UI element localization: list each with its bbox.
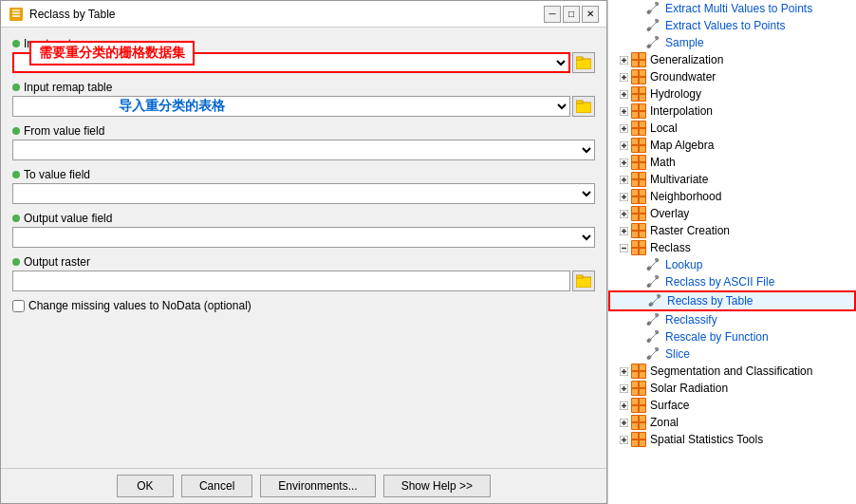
svg-rect-143 — [632, 399, 638, 404]
tree-item-reclass[interactable]: Reclass — [608, 239, 856, 256]
tree-label-reclass-ascii: Reclass by ASCII File — [665, 275, 774, 289]
tree-item-zonal[interactable]: Zonal — [608, 414, 856, 431]
from-value-group: From value field — [12, 124, 595, 160]
expand-icon-multivariate — [616, 172, 631, 187]
svg-rect-85 — [640, 190, 645, 196]
output-raster-label: Output raster — [24, 255, 90, 269]
item-icon-math — [631, 155, 646, 170]
tree-item-segmentation[interactable]: Segmentation and Classification — [608, 363, 856, 380]
svg-rect-159 — [632, 433, 638, 439]
input-remap-dropdown[interactable] — [12, 96, 570, 117]
tree-item-overlay[interactable]: Overlay — [608, 205, 856, 222]
from-value-dot — [12, 127, 20, 135]
tree-item-sample[interactable]: Sample — [608, 34, 856, 51]
tree-item-neighborhood[interactable]: Neighborhood — [608, 188, 856, 205]
tree-item-raster-creation[interactable]: Raster Creation — [608, 222, 856, 239]
tree-item-extract-multi[interactable]: Extract Multi Values to Points — [608, 0, 856, 17]
tree-item-slice[interactable]: Slice — [608, 345, 856, 363]
tree-item-generalization[interactable]: Generalization — [608, 51, 856, 68]
svg-rect-55 — [640, 129, 645, 135]
tree-item-solar-radiation[interactable]: Solar Radiation — [608, 380, 856, 397]
output-raster-input-row — [12, 271, 595, 291]
item-icon-groundwater — [631, 69, 646, 84]
tree-item-rescale[interactable]: Rescale by Function — [608, 328, 856, 345]
svg-rect-9 — [576, 275, 583, 278]
item-icon-generalization — [631, 52, 646, 67]
environments-button[interactable]: Environments... — [260, 475, 375, 497]
minimize-button[interactable]: ─ — [544, 6, 561, 23]
svg-rect-28 — [632, 70, 638, 76]
from-value-dropdown[interactable] — [12, 140, 595, 160]
output-raster-group: Output raster — [12, 255, 595, 291]
tree-label-math: Math — [650, 156, 676, 169]
tree-item-groundwater[interactable]: Groundwater — [608, 68, 856, 85]
svg-rect-102 — [632, 232, 638, 237]
expand-icon-overlay — [616, 206, 631, 221]
tree-label-reclass: Reclass — [650, 241, 691, 254]
item-icon-reclass-table — [648, 293, 663, 308]
svg-rect-109 — [632, 249, 638, 254]
tree-item-math[interactable]: Math — [608, 154, 856, 171]
input-raster-group: Input raster — [12, 37, 595, 73]
title-bar-left: Reclass by Table — [9, 7, 116, 22]
tree-item-interpolation[interactable]: Interpolation — [608, 103, 856, 120]
checkbox-row: Change missing values to NoData (optiona… — [12, 299, 595, 312]
tree-label-reclass-table: Reclass by Table — [667, 294, 754, 308]
output-raster-label-row: Output raster — [12, 255, 595, 269]
checkbox-label: Change missing values to NoData (optiona… — [28, 299, 251, 312]
svg-rect-94 — [632, 215, 638, 220]
tree-label-segmentation: Segmentation and Classification — [650, 364, 812, 378]
expand-icon-neighborhood — [616, 189, 631, 204]
tree-item-surface[interactable]: Surface — [608, 397, 856, 414]
tree-item-reclass-table[interactable]: Reclass by Table — [608, 290, 856, 311]
close-button[interactable]: ✕ — [582, 6, 599, 23]
expand-icon-segmentation — [616, 364, 631, 379]
tree-item-hydrology[interactable]: Hydrology — [608, 85, 856, 103]
tree-item-local[interactable]: Local — [608, 120, 856, 137]
input-remap-browse-btn[interactable] — [572, 96, 595, 117]
tree-item-extract-values[interactable]: Extract Values to Points — [608, 17, 856, 34]
cancel-button[interactable]: Cancel — [181, 475, 252, 497]
tree-item-reclassify[interactable]: Reclassify — [608, 311, 856, 328]
tree-item-reclass-ascii[interactable]: Reclass by ASCII File — [608, 273, 856, 290]
svg-rect-130 — [640, 372, 645, 378]
svg-rect-71 — [640, 163, 645, 169]
tree-item-spatial-stats[interactable]: Spatial Statistics Tools — [608, 431, 856, 448]
tree-item-multivariate[interactable]: Multivariate — [608, 171, 856, 188]
svg-rect-84 — [632, 190, 638, 196]
output-raster-browse-btn[interactable] — [572, 271, 595, 291]
input-remap-dot — [12, 84, 20, 91]
output-raster-input[interactable] — [12, 271, 570, 291]
ok-button[interactable]: OK — [117, 475, 174, 497]
input-raster-dropdown[interactable] — [12, 52, 570, 73]
output-value-dropdown[interactable] — [12, 227, 595, 248]
tree-item-lookup[interactable]: Lookup — [608, 256, 856, 273]
folder-icon — [576, 56, 591, 69]
svg-point-112 — [648, 268, 650, 270]
tree-item-map-algebra[interactable]: Map Algebra — [608, 137, 856, 154]
svg-rect-46 — [632, 112, 638, 118]
svg-rect-63 — [640, 146, 645, 152]
svg-rect-45 — [640, 104, 645, 110]
maximize-button[interactable]: □ — [563, 6, 580, 23]
item-icon-reclass-ascii — [646, 274, 661, 289]
svg-rect-86 — [632, 197, 638, 203]
svg-rect-128 — [640, 364, 645, 370]
output-value-label: Output value field — [24, 212, 112, 225]
toolbox-panel: Extract Multi Values to Points Extract V… — [607, 0, 856, 504]
item-icon-surface — [631, 398, 646, 413]
input-raster-browse-btn[interactable] — [572, 52, 595, 73]
svg-rect-151 — [632, 416, 638, 421]
svg-rect-93 — [640, 207, 645, 213]
missing-values-checkbox[interactable] — [12, 300, 25, 312]
show-help-button[interactable]: Show Help >> — [383, 475, 491, 497]
to-value-dropdown[interactable] — [12, 183, 595, 204]
svg-rect-107 — [632, 241, 638, 247]
output-value-group: Output value field — [12, 212, 595, 248]
expand-icon-generalization — [616, 52, 631, 67]
to-value-dot — [12, 171, 20, 178]
input-raster-label-row: Input raster — [12, 37, 595, 50]
svg-rect-38 — [632, 95, 638, 101]
svg-rect-6 — [576, 103, 591, 113]
tree-label-zonal: Zonal — [650, 416, 679, 429]
